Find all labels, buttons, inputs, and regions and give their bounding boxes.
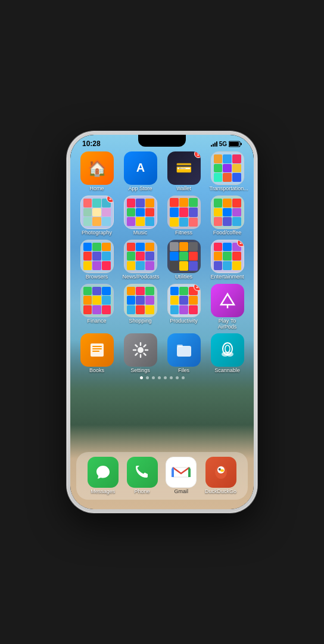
svg-marker-4 (221, 294, 234, 305)
food-label: Food/coffee (213, 230, 241, 236)
dock-duckduckgo[interactable]: DuckDuckGo (205, 457, 236, 495)
app-entertainment[interactable]: 2 Entertainment (207, 240, 248, 280)
app-settings[interactable]: Settings (120, 333, 161, 374)
status-right: 5G (211, 141, 242, 147)
photography-label: Photography (82, 230, 112, 236)
svg-rect-26 (188, 469, 191, 477)
app-scannable[interactable]: Scannable (207, 333, 248, 374)
fitness-label: Fitness (175, 230, 192, 236)
svg-rect-9 (92, 351, 99, 352)
entertainment-badge: 2 (237, 240, 244, 247)
app-files[interactable]: Files (163, 333, 204, 374)
dot-4 (158, 376, 161, 379)
app-appstore[interactable]: A App Store (120, 151, 161, 192)
appstore-icon: A (124, 151, 157, 185)
airdrop-icon (211, 284, 244, 317)
dock: Messages Phone (76, 452, 248, 500)
dock-messages[interactable]: Messages (88, 457, 119, 495)
entertainment-folder-icon: 2 (211, 240, 244, 273)
settings-label: Settings (130, 368, 150, 374)
photography-badge: 2 (107, 196, 114, 203)
app-wallet[interactable]: 💳 1 Wallet (163, 151, 204, 192)
books-icon (80, 333, 114, 367)
files-label: Files (178, 368, 189, 374)
news-label: News/Podcasts (123, 274, 158, 280)
app-utilities[interactable]: Utilities (163, 240, 204, 280)
finance-folder-icon (80, 284, 114, 317)
messages-dock-label: Messages (91, 489, 115, 495)
svg-point-24 (226, 352, 233, 357)
svg-rect-25 (172, 469, 174, 477)
news-folder-icon (124, 240, 157, 273)
scannable-icon (211, 333, 244, 367)
app-food[interactable]: Food/coffee (207, 196, 248, 236)
app-news[interactable]: News/Podcasts (120, 240, 161, 280)
books-label: Books (89, 368, 104, 374)
svg-point-31 (220, 469, 224, 472)
productivity-folder-icon: 2 (167, 284, 201, 317)
files-icon (167, 333, 201, 367)
gmail-dock-icon (166, 457, 197, 488)
app-airdrop[interactable]: Play To AirPods (207, 284, 248, 330)
svg-rect-1 (229, 142, 239, 146)
wallet-badge: 1 (194, 151, 201, 158)
fitness-folder-icon (167, 196, 201, 229)
svg-point-10 (138, 347, 144, 353)
notch (138, 135, 186, 147)
app-fitness[interactable]: Fitness (163, 196, 204, 236)
dock-gmail[interactable]: Gmail (166, 457, 197, 495)
app-productivity[interactable]: 2 Productivity (163, 284, 204, 330)
dot-2 (146, 376, 149, 379)
battery-icon (229, 141, 242, 147)
browsers-folder-icon (80, 240, 114, 273)
finance-label: Finance (87, 318, 106, 324)
screen: 10:28 5G (70, 135, 254, 509)
svg-point-22 (225, 345, 230, 352)
utilities-folder-icon (167, 240, 201, 273)
duckduckgo-dock-icon (205, 457, 236, 488)
svg-rect-6 (91, 343, 104, 357)
transport-label: Transportation... (210, 186, 245, 192)
duckduckgo-dock-label: DuckDuckGo (205, 489, 236, 495)
app-music[interactable]: Music (120, 196, 161, 236)
scannable-label: Scannable (214, 368, 240, 374)
svg-rect-8 (92, 348, 102, 349)
home-icon: 🏠 (80, 151, 114, 185)
network-type: 5G (219, 141, 227, 147)
phone-dock-label: Phone (135, 489, 150, 495)
dot-8 (182, 376, 185, 379)
app-transport[interactable]: Transportation... (207, 151, 248, 192)
wallet-label: Wallet (176, 186, 191, 192)
dot-5 (164, 376, 167, 379)
svg-rect-7 (92, 346, 102, 347)
photography-folder-icon: 2 (80, 196, 114, 229)
signal-icon (211, 141, 217, 147)
appstore-label: App Store (128, 186, 152, 192)
app-grid: 🏠 Home A App Store 💳 1 (70, 149, 254, 376)
status-time: 10:28 (82, 140, 101, 148)
app-browsers[interactable]: Browsers (76, 240, 117, 280)
gmail-dock-label: Gmail (175, 489, 189, 495)
app-books[interactable]: Books (76, 333, 117, 374)
phone-frame: 10:28 5G (67, 131, 257, 513)
settings-icon (124, 333, 157, 367)
dot-6 (170, 376, 173, 379)
app-shopping[interactable]: Shopping (120, 284, 161, 330)
app-photography[interactable]: 2 Photography (76, 196, 117, 236)
wallet-icon: 💳 1 (167, 151, 201, 185)
shopping-label: Shopping (129, 318, 151, 324)
entertainment-label: Entertainment (210, 274, 244, 280)
svg-rect-20 (177, 345, 183, 347)
svg-rect-19 (177, 346, 191, 357)
svg-text:A: A (136, 161, 144, 174)
svg-rect-2 (241, 143, 242, 145)
app-finance[interactable]: Finance (76, 284, 117, 330)
music-folder-icon (124, 196, 157, 229)
page-dots (70, 376, 254, 379)
messages-dock-icon (88, 457, 119, 488)
airdrop-label: Play To AirPods (210, 318, 245, 330)
app-home[interactable]: 🏠 Home (76, 151, 117, 192)
phone-inner: 10:28 5G (70, 135, 254, 509)
browsers-label: Browsers (86, 274, 108, 280)
dock-phone[interactable]: Phone (127, 457, 158, 495)
